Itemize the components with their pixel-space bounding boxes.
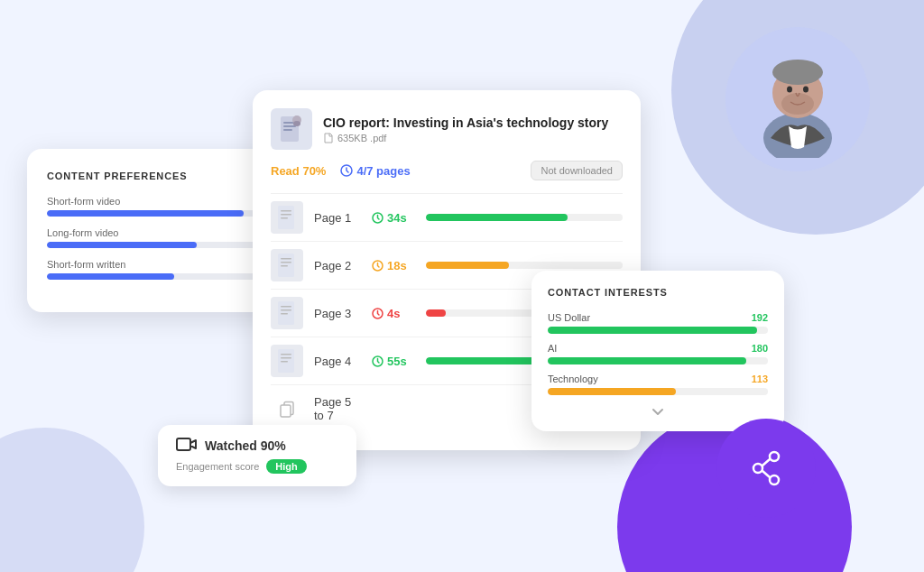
cio-title-block: CIO report: Investing in Asia's technolo… [323,115,623,143]
interest-value: 192 [752,312,768,323]
page-label: Page 3 [314,307,361,320]
engagement-row: Engagement score High [176,459,338,474]
chevron-down-icon[interactable] [650,404,666,420]
svg-rect-20 [281,262,291,263]
svg-rect-30 [281,357,291,359]
interest-item: US Dollar 192 [548,312,768,334]
avatar [725,27,870,171]
svg-line-38 [762,459,770,466]
video-watched-text: Watched 90% [205,438,286,453]
interest-value: 113 [752,374,768,384]
page-label: Page 1 [314,211,361,225]
pref-label: Short-form written [47,259,278,270]
svg-line-39 [762,471,770,477]
svg-point-11 [293,121,300,126]
svg-rect-24 [281,306,291,308]
page-bar-fill [426,309,446,317]
interest-label-row: AI 180 [548,343,768,354]
interest-item: Technology 113 [548,374,768,395]
page-label: Page 4 [314,355,361,368]
pages-5-7-label: Page 5 to 7 [314,395,361,422]
svg-rect-26 [281,313,288,315]
pdf-thumb-icon [279,115,304,143]
content-pref-title: CONTENT PREFERENCES [47,171,278,181]
svg-point-2 [772,60,823,85]
svg-rect-19 [281,258,291,260]
pref-item: Short-form written [47,259,278,280]
share-button[interactable] [716,419,816,518]
page-thumb [271,249,303,281]
cio-header: CIO report: Investing in Asia's technolo… [271,108,623,150]
engagement-label: Engagement score [176,461,259,472]
copy-icon [271,392,303,425]
pref-label: Long-form video [47,227,278,238]
pref-bar-bg [47,210,278,217]
cio-meta: 635KB .pdf [323,133,623,143]
pref-item: Short-form video [47,196,278,217]
interest-label: US Dollar [548,312,590,323]
svg-rect-8 [283,125,296,127]
svg-point-35 [770,452,779,461]
svg-point-5 [803,87,808,93]
file-icon [323,133,334,143]
interest-bar-fill [548,357,746,364]
contact-interests-card: CONTACT INTERESTS US Dollar 192 AI 180 T… [531,271,784,431]
pref-item: Long-form video [47,227,278,248]
page-time: 55s [372,355,415,368]
pages-count: 4/7 pages [356,164,410,178]
page-time: 4s [372,307,415,320]
page-bar-fill [426,262,509,269]
pref-label: Short-form video [47,196,278,207]
svg-rect-14 [281,210,291,212]
background-blob-bottom-left [0,428,144,572]
pref-bar-bg [47,273,278,280]
interest-bar-bg [548,388,768,395]
svg-point-37 [753,464,762,473]
video-watched-row: Watched 90% [176,438,338,454]
svg-point-36 [770,475,779,484]
svg-rect-33 [281,405,291,417]
svg-point-4 [787,87,792,93]
page-thumb [271,201,303,234]
svg-rect-25 [281,309,291,311]
svg-rect-9 [283,129,292,131]
svg-rect-29 [281,354,291,355]
svg-rect-21 [281,265,288,267]
page-bar-wrap [426,262,623,269]
svg-rect-15 [281,214,291,216]
page-time: 34s [372,211,415,225]
interest-label-row: US Dollar 192 [548,312,768,323]
svg-rect-34 [177,438,190,450]
interest-bar-bg [548,357,768,364]
page-time: 18s [372,259,415,272]
cio-stats-row: Read 70% 4/7 pages Not downloaded [271,161,623,180]
page-bar-wrap [426,214,623,221]
page-bar-fill [426,214,568,221]
pref-bar-fill [47,273,174,280]
clock-icon [340,164,353,177]
cio-thumbnail [271,108,312,150]
interest-label-row: Technology 113 [548,374,768,384]
page-thumb [271,297,303,329]
chevron-row[interactable] [548,404,768,420]
interest-bar-fill [548,327,757,334]
interest-item: AI 180 [548,343,768,364]
read-percent: Read 70% [271,164,326,178]
cio-report-title: CIO report: Investing in Asia's technolo… [323,115,623,131]
page-row: Page 1 34s [271,193,623,241]
share-icon [745,447,787,489]
interest-bar-bg [548,327,768,334]
svg-rect-31 [281,361,288,363]
cio-file-meta: 635KB .pdf [337,133,386,143]
avatar-image [739,41,856,158]
page-thumb [271,345,303,377]
page-label: Page 2 [314,259,361,272]
interest-value: 180 [752,343,768,354]
video-icon [176,438,198,454]
contact-interests-title: CONTACT INTERESTS [548,287,768,298]
interest-bar-fill [548,388,676,395]
interest-label: Technology [548,374,598,384]
pages-stat: 4/7 pages [340,164,410,178]
pref-bar-fill [47,242,197,248]
engagement-badge: High [266,459,306,474]
